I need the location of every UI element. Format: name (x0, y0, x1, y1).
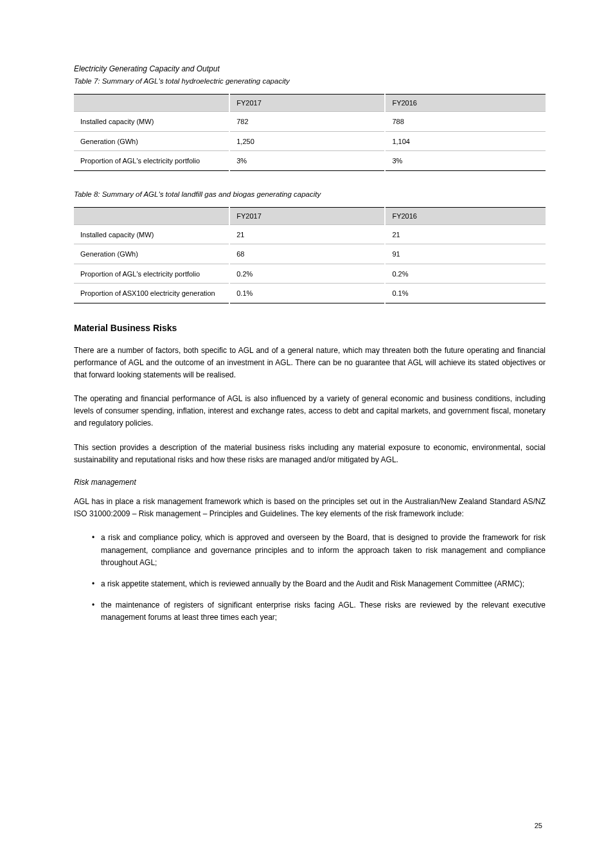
caption-table8: Table 8: Summary of AGL's total landfill… (74, 190, 546, 198)
table7-header-2: FY2016 (385, 95, 546, 112)
table8-r3c2: 0.1% (385, 284, 546, 303)
table-row: Proportion of ASX100 electricity generat… (74, 284, 546, 303)
table8-header-1: FY2017 (229, 207, 385, 224)
table8-r3c0: Proportion of ASX100 electricity generat… (74, 284, 229, 303)
page-number: 25 (535, 822, 542, 829)
table-row: Generation (GWh) 1,250 1,104 (74, 131, 546, 151)
table7: FY2017 FY2016 Installed capacity (MW) 78… (74, 94, 546, 171)
table7-r2c1: 3% (229, 151, 385, 171)
table7-r0c0: Installed capacity (MW) (74, 112, 229, 132)
table7-header-1: FY2017 (229, 95, 385, 112)
table8: FY2017 FY2016 Installed capacity (MW) 21… (74, 207, 546, 303)
table8-r0c2: 21 (385, 224, 546, 244)
table7-r2c2: 3% (385, 151, 546, 171)
heading-material-business-risks: Material Business Risks (74, 323, 546, 333)
bullet-list: a risk and compliance policy, which is a… (74, 532, 546, 624)
table8-r1c0: Generation (GWh) (74, 244, 229, 264)
table7-r1c1: 1,250 (229, 131, 385, 151)
table8-r2c0: Proportion of AGL's electricity portfoli… (74, 264, 229, 284)
table8-r0c1: 21 (229, 224, 385, 244)
table8-r2c1: 0.2% (229, 264, 385, 284)
table-row: Proportion of AGL's electricity portfoli… (74, 264, 546, 284)
heading-risk-management: Risk management (74, 478, 546, 487)
caption-table7: Table 7: Summary of AGL's total hydroele… (74, 77, 546, 85)
table-row: Proportion of AGL's electricity portfoli… (74, 151, 546, 171)
table8-r0c0: Installed capacity (MW) (74, 224, 229, 244)
heading-electricity-capacity: Electricity Generating Capacity and Outp… (74, 64, 546, 73)
table-header-row: FY2017 FY2016 (74, 207, 546, 224)
table-header-row: FY2017 FY2016 (74, 95, 546, 112)
table7-r1c2: 1,104 (385, 131, 546, 151)
table7-r2c0: Proportion of AGL's electricity portfoli… (74, 151, 229, 171)
table8-r2c2: 0.2% (385, 264, 546, 284)
paragraph-2: The operating and financial performance … (74, 393, 546, 430)
list-item: a risk appetite statement, which is revi… (92, 578, 546, 590)
table7-r0c1: 782 (229, 112, 385, 132)
table8-r1c2: 91 (385, 244, 546, 264)
paragraph-1: There are a number of factors, both spec… (74, 345, 546, 382)
table8-header-2: FY2016 (385, 207, 546, 224)
list-item: a risk and compliance policy, which is a… (92, 532, 546, 569)
table-row: Generation (GWh) 68 91 (74, 244, 546, 264)
paragraph-3: This section provides a description of t… (74, 442, 546, 466)
table8-r1c1: 68 (229, 244, 385, 264)
table7-header-0 (74, 95, 229, 112)
paragraph-4: AGL has in place a risk management frame… (74, 496, 546, 520)
table7-r1c0: Generation (GWh) (74, 131, 229, 151)
table-row: Installed capacity (MW) 21 21 (74, 224, 546, 244)
table-row: Installed capacity (MW) 782 788 (74, 112, 546, 132)
list-item: the maintenance of registers of signific… (92, 599, 546, 624)
table8-header-0 (74, 207, 229, 224)
table7-r0c2: 788 (385, 112, 546, 132)
table8-r3c1: 0.1% (229, 284, 385, 303)
